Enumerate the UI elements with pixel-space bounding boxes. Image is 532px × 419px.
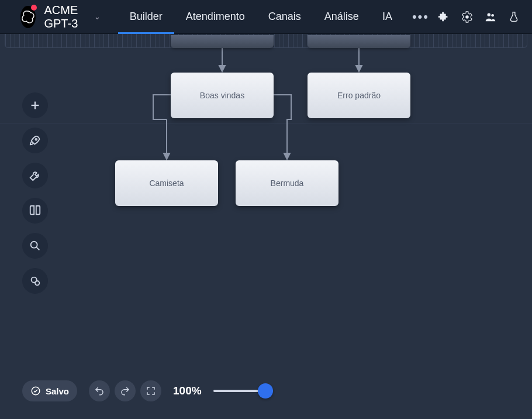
tab-canais[interactable]: Canais [257,0,313,34]
svg-marker-15 [284,153,290,159]
app-logo[interactable] [20,6,36,28]
node-label: Camiseta [149,178,184,188]
svg-marker-14 [164,153,170,159]
chevron-down-icon: ⌄ [94,12,101,21]
svg-point-2 [491,13,494,16]
slider-thumb[interactable] [258,383,273,399]
flow-node-partial[interactable] [171,35,274,48]
flow-node-camiseta[interactable]: Camiseta [115,160,218,206]
header: ACME GPT-3 ⌄ Builder Atendimento Canais … [0,0,532,34]
fit-view-button[interactable] [140,380,161,401]
notification-dot-icon [31,5,37,11]
zoom-level: 100% [173,384,202,397]
logo-icon [21,10,35,24]
svg-point-1 [488,13,491,16]
node-label: Bermuda [271,178,304,188]
flow-node-boas-vindas[interactable]: Boas vindas [171,73,274,118]
history-group [89,380,161,401]
tab-ia[interactable]: IA [371,0,404,34]
tab-atendimento[interactable]: Atendimento [174,0,257,34]
undo-button[interactable] [89,380,110,401]
builder-canvas[interactable]: Boas vindas Erro padrão Camiseta Bermuda… [0,48,532,419]
tab-more[interactable]: ••• [404,0,437,34]
redo-button[interactable] [115,380,136,401]
tab-analise[interactable]: Análise [313,0,371,34]
save-status-text: Salvo [46,386,69,396]
team-icon[interactable] [484,11,497,23]
check-circle-icon [30,386,41,396]
extensions-icon[interactable] [437,11,450,23]
labs-icon[interactable] [507,11,520,23]
redo-icon [120,386,130,396]
app-title-dropdown[interactable]: ACME GPT-3 ⌄ [44,4,100,30]
flow-node-partial[interactable] [308,35,410,48]
save-status-chip[interactable]: Salvo [22,380,77,401]
zoom-slider[interactable] [213,384,273,398]
undo-icon [94,386,105,396]
nav-tabs: Builder Atendimento Canais Análise IA ••… [118,0,437,34]
bottom-bar: Salvo 100% [22,380,273,401]
svg-marker-11 [219,66,225,71]
app-title-text: ACME GPT-3 [44,4,90,30]
node-label: Erro padrão [337,91,381,100]
svg-point-0 [465,15,469,19]
flow-node-bermuda[interactable]: Bermuda [236,160,338,206]
expand-icon [146,386,156,396]
header-actions [437,11,520,23]
tab-builder[interactable]: Builder [118,0,174,34]
flow-node-erro-padrao[interactable]: Erro padrão [308,73,410,118]
node-label: Boas vindas [200,91,244,100]
svg-marker-13 [356,66,362,71]
settings-icon[interactable] [461,11,474,23]
